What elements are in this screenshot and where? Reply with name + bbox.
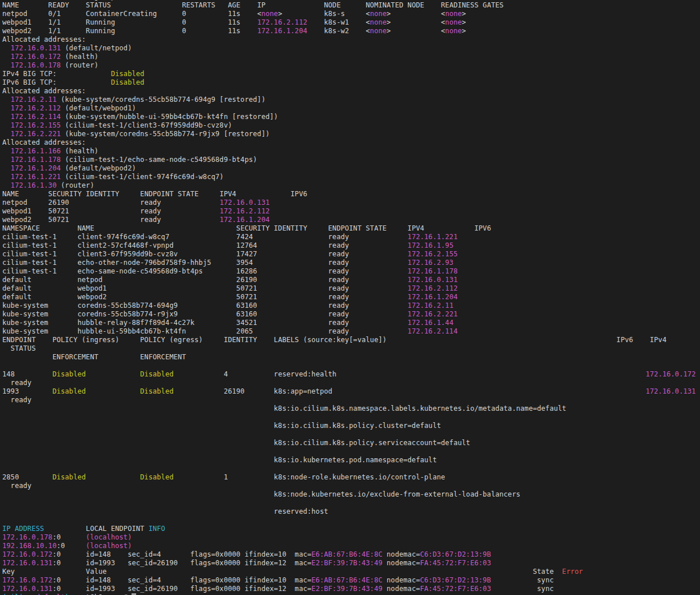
spacer — [2, 181, 11, 189]
spacer — [31, 18, 48, 26]
spacer — [203, 336, 224, 344]
text-segment: 172.16.0.172 — [2, 576, 53, 584]
spacer — [349, 276, 407, 284]
spacer — [287, 585, 295, 593]
text-segment: hubble-ui-59bb4cb67b-kt4fn — [78, 327, 186, 335]
text-segment: 172.16.2.112 — [257, 18, 308, 26]
spacer — [287, 559, 295, 567]
spacer — [391, 18, 441, 26]
spacer — [307, 18, 324, 26]
spacer — [257, 319, 328, 327]
spacer — [307, 224, 328, 232]
text-segment: ifindex=12 — [245, 585, 287, 593]
spacer — [336, 370, 646, 378]
text-segment: 172.16.1.221 — [11, 173, 61, 181]
endpoint-label: k8s:io.cilium.k8s.namespace.labels.kuber… — [2, 404, 696, 413]
spacer — [57, 233, 78, 241]
allocated-address: 172.16.1.178 (cilium-test-1/echo-same-no… — [2, 156, 696, 164]
cep-table-row: cilium-test-1 client-974f6c69d-w8cq7 742… — [2, 233, 696, 241]
spacer — [174, 473, 224, 481]
text-segment: E6:AB:67:B6:4E:8C — [312, 550, 383, 558]
text-segment: ContainerCreating — [86, 10, 157, 18]
text-segment: webpod1 — [2, 18, 31, 26]
spacer — [169, 233, 236, 241]
text-segment: mac= — [295, 585, 311, 593]
text-segment: < — [366, 10, 370, 18]
text-segment: (default/webpod2) — [61, 164, 136, 172]
spacer — [349, 302, 407, 310]
spacer — [15, 370, 53, 378]
spacer — [257, 302, 328, 310]
text-segment: webpod2 — [2, 27, 31, 35]
spacer — [2, 353, 53, 361]
text-segment: C6:D3:67:D2:13:9B — [420, 576, 491, 584]
text-segment: coredns-55cb58b774-r9jx9 — [78, 310, 178, 318]
endpoint-label: k8s:io.kubernetes.pod.namespace=default — [2, 456, 696, 465]
spacer — [424, 1, 441, 9]
text-segment: ready — [140, 207, 161, 215]
allocated-address: 172.16.2.221 (kube-system/coredns-55cb58… — [2, 130, 696, 138]
spacer — [240, 576, 244, 584]
endpoint-row-status: ready — [2, 379, 696, 387]
text-segment: :0 — [53, 576, 61, 584]
spacer — [57, 78, 111, 86]
allocated-addresses-heading: Allocated addresses: — [2, 87, 696, 96]
text-segment: (health) — [61, 147, 98, 155]
spacer — [265, 1, 324, 9]
spacer — [57, 250, 78, 258]
text-segment: client-974f6c69d-w8cq7 — [78, 233, 170, 241]
spacer — [31, 276, 77, 284]
spacer — [2, 344, 11, 352]
text-segment: sec_id=26190 — [128, 585, 178, 593]
text-segment: FA:45:72:F7:E6:03 — [420, 559, 491, 567]
endpoint-list-header: ENDPOINT POLICY (ingress) POLICY (egress… — [2, 336, 696, 344]
terminal[interactable]: root@k8s-s:~# kubectl get pod -o wideNAM… — [2, 0, 696, 595]
text-segment: Disabled — [140, 370, 173, 378]
spacer — [257, 250, 328, 258]
text-segment: 26190 — [224, 387, 245, 395]
text-segment: NAME — [2, 190, 19, 198]
allocated-address: 172.16.2.155 (cilium-test-1/client3-67f9… — [2, 121, 696, 130]
spacer — [19, 387, 52, 395]
text-segment: webpod1 — [78, 284, 107, 292]
text-segment: mac= — [295, 550, 311, 558]
text-segment: 50721 — [236, 293, 257, 301]
text-segment: :0 — [53, 533, 61, 541]
spacer — [253, 233, 328, 241]
spacer — [228, 473, 273, 481]
text-segment: flags=0x0000 — [190, 576, 241, 584]
text-segment: id=148 — [86, 550, 111, 558]
spacer — [107, 293, 236, 301]
text-segment: none — [370, 18, 387, 26]
cep-table-row: default webpod1 50721 ready 172.16.2.112 — [2, 284, 696, 293]
spacer — [2, 173, 11, 181]
spacer — [186, 27, 228, 35]
text-segment: 172.16.2.112 — [11, 104, 61, 112]
text-segment: :0 — [53, 550, 61, 558]
text-segment: ready — [328, 293, 349, 301]
text-segment: 50721 — [236, 284, 257, 292]
text-segment: none — [370, 27, 387, 35]
spacer — [61, 576, 86, 584]
text-segment: (localhost) — [86, 533, 132, 541]
text-segment: 34521 — [236, 319, 257, 327]
text-segment: id=1993 — [86, 585, 115, 593]
text-segment: 172.16.1.221 — [408, 233, 458, 241]
text-segment: 172.16.0.131 — [646, 387, 696, 395]
text-segment: IPv6 BIG TCP: — [2, 78, 57, 86]
endpoint-list-header-enforcement: ENFORCEMENT ENFORCEMENT — [2, 353, 696, 362]
spacer — [61, 533, 86, 541]
allocated-address: 172.16.2.11 (kube-system/coredns-55cb58b… — [2, 96, 696, 104]
text-segment: kube-system — [2, 319, 48, 327]
text-segment: NODE — [324, 1, 341, 9]
allocated-addresses-heading: Allocated addresses: — [2, 138, 696, 147]
text-segment: 11s — [228, 10, 240, 18]
blank-line — [2, 362, 696, 370]
text-segment: id=148 — [86, 576, 111, 584]
allocated-addresses-heading: Allocated addresses: — [2, 35, 696, 44]
spacer — [554, 568, 562, 576]
text-segment: ifindex=10 — [245, 550, 287, 558]
text-segment: Allocated addresses: — [2, 35, 86, 43]
text-segment: IPV6 — [474, 224, 491, 232]
text-segment: AGE — [228, 1, 240, 9]
